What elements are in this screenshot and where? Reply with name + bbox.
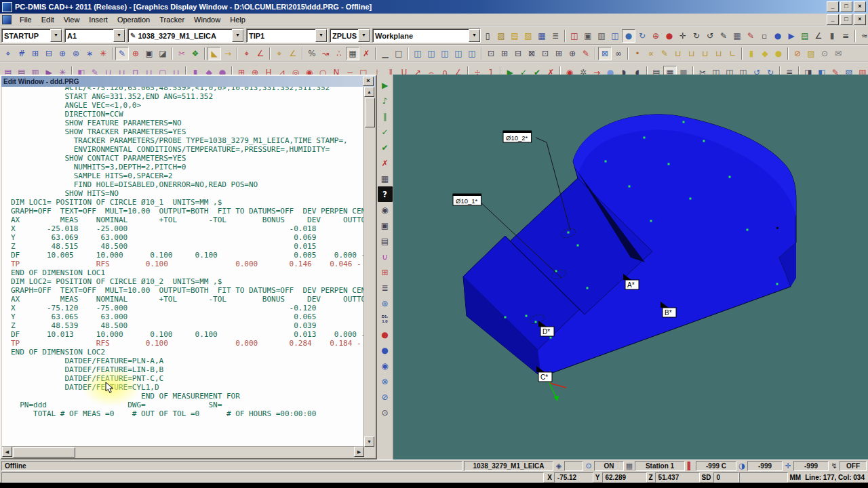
angle-red-icon[interactable]: ∠ <box>254 47 267 60</box>
edit-area[interactable]: ACTL/<-75.120,63.065,48.539>,<1,0,0>,10.… <box>2 87 375 458</box>
origin-align-icon[interactable]: ∗ <box>83 47 96 60</box>
new-file-icon[interactable]: ▯ <box>481 29 494 43</box>
chevron-down-icon[interactable]: ▼ <box>232 29 243 42</box>
close-icon[interactable]: × <box>854 1 866 12</box>
workplane-combo[interactable]: ZPLUS▼ <box>330 28 370 43</box>
rotate-2d-icon[interactable]: ↻ <box>690 29 703 43</box>
window-pane-icon[interactable]: ▣ <box>378 218 393 233</box>
import-icon[interactable]: ▤ <box>508 29 521 43</box>
wireframe-globe-icon[interactable]: ⊕ <box>649 29 663 43</box>
web-globe-icon[interactable]: ⊕ <box>378 296 393 311</box>
gage-clock-icon[interactable]: ⊘ <box>791 47 804 60</box>
slot-u3-icon[interactable]: ⊔ <box>698 47 712 60</box>
bar-gold-icon[interactable]: ▮ <box>745 47 758 60</box>
sphere-blue-icon[interactable]: ● <box>378 342 393 358</box>
dial-gauge-icon[interactable]: ⊙ <box>818 47 831 60</box>
schedule-icon[interactable]: ▦ <box>378 171 393 186</box>
slot-u4-icon[interactable]: ⊔ <box>712 47 726 60</box>
scroll-up-icon[interactable]: ▲ <box>364 87 374 97</box>
probe-red-icon[interactable]: ⌖ <box>240 47 254 60</box>
diamond-gold-icon[interactable]: ◆ <box>758 47 772 60</box>
quick-align-icon[interactable]: # <box>15 47 28 60</box>
menu-view[interactable]: View <box>59 15 85 24</box>
globe-slash-icon[interactable]: ⊘ <box>378 389 393 405</box>
cube-bottom-icon[interactable]: ⊞ <box>552 47 566 60</box>
best-fit-icon[interactable]: ✳ <box>96 47 110 60</box>
layer-control-icon[interactable]: ▤ <box>798 29 812 43</box>
scroll-down-icon[interactable]: ▼ <box>364 436 374 447</box>
help-context-icon[interactable]: ? <box>378 186 393 202</box>
paint-fill-icon[interactable]: ◣ <box>208 47 221 60</box>
mdi-close-icon[interactable]: × <box>854 14 866 25</box>
manual-align-icon[interactable]: ⊟ <box>42 47 56 60</box>
alignment-combo[interactable]: A1▼ <box>64 28 125 43</box>
camera-target-icon[interactable]: ◪ <box>156 47 170 60</box>
sphere-mark-icon[interactable]: ◉ <box>378 358 393 373</box>
preview-icon[interactable]: ◉ <box>378 202 393 218</box>
gdt-panel-icon[interactable]: ⊞ <box>378 264 393 280</box>
chevron-down-icon[interactable]: ▼ <box>469 29 480 42</box>
cube-top-icon[interactable]: ⊡ <box>538 47 552 60</box>
find-binoculars-icon[interactable]: ∞ <box>612 47 625 60</box>
annotate-pen-icon[interactable]: ✎ <box>717 29 730 43</box>
view-combo[interactable]: Workplane▼ <box>372 28 481 43</box>
menu-operation[interactable]: Operation <box>113 15 155 24</box>
save-icon[interactable]: ▦ <box>535 29 549 43</box>
dim-scale-icon[interactable]: D1:1.0 <box>378 311 393 327</box>
empty-box-icon[interactable]: □ <box>392 47 406 60</box>
grid-view-icon[interactable]: ▤ <box>378 233 393 249</box>
program-combo[interactable]: STARTUP▼ <box>1 28 62 43</box>
probe-draw-icon[interactable]: ✎ <box>744 29 757 43</box>
chevron-down-icon[interactable]: ▼ <box>50 29 62 42</box>
pan-icon[interactable]: ✛ <box>676 29 690 43</box>
slot-u1-icon[interactable]: ⊔ <box>671 47 685 60</box>
mdi-minimize-icon[interactable]: _ <box>827 14 839 25</box>
pen-point-icon[interactable]: ✎ <box>658 47 671 60</box>
ball-gold-icon[interactable]: ● <box>772 47 785 60</box>
rotate-3d-icon[interactable]: ↺ <box>703 29 717 43</box>
cube-left-icon[interactable]: ⊟ <box>511 47 525 60</box>
cube-iso-icon[interactable]: ⊡ <box>484 47 498 60</box>
clearance-lock-icon[interactable]: ▮ <box>825 29 839 43</box>
menu-edit[interactable]: Edit <box>37 15 59 24</box>
report-window-icon[interactable]: ▥ <box>595 29 608 43</box>
export-icon[interactable]: ▧ <box>521 29 535 43</box>
cursor-probe-icon[interactable]: ▶ <box>785 29 798 43</box>
underscore-tool-icon[interactable]: ▁ <box>378 47 392 60</box>
sphere-view-icon[interactable]: ● <box>771 29 785 43</box>
percent-scan-icon[interactable]: % <box>305 47 319 60</box>
view-copy-4-icon[interactable]: ◫ <box>452 47 465 60</box>
scan-dots-icon[interactable]: ∴ <box>332 47 346 60</box>
view-copy-3-icon[interactable]: ◫ <box>438 47 452 60</box>
feature-list-icon[interactable]: ≡ <box>839 29 852 43</box>
refresh-view-icon[interactable]: ↻ <box>635 29 649 43</box>
point-dot-icon[interactable]: • <box>631 47 644 60</box>
chevron-down-icon[interactable]: ▼ <box>358 29 370 42</box>
magnify-icon[interactable]: ⊙ <box>378 405 393 420</box>
chevron-down-icon[interactable]: ▼ <box>315 29 327 42</box>
dcc-align-icon[interactable]: ⊞ <box>28 47 42 60</box>
tracker-bird-icon[interactable]: ❖ <box>189 47 202 60</box>
cube-origin-icon[interactable]: ⊕ <box>566 47 579 60</box>
minimize-icon[interactable]: _ <box>827 1 839 12</box>
measure-gage-icon[interactable]: ✎ <box>115 47 129 60</box>
curve-mode-icon[interactable]: ∠ <box>812 29 825 43</box>
datum-drop-icon[interactable]: ✎ <box>579 47 593 60</box>
graphics-view[interactable]: Z Ø10_2*Ø10_1* A*B*D*C* <box>393 75 868 460</box>
mail-icon[interactable]: ✉ <box>831 47 845 60</box>
box-gage-icon[interactable]: ▣ <box>142 47 156 60</box>
menu-help[interactable]: Help <box>225 15 250 24</box>
shaded-view-icon[interactable]: ● <box>622 29 635 43</box>
title-bar[interactable]: PC-DMIS CAD++ 2011 (Release) - [Graphics… <box>0 0 868 14</box>
display-mode-icon[interactable]: ▣ <box>581 29 595 43</box>
slot-u2-icon[interactable]: ⊔ <box>685 47 698 60</box>
vertical-scrollbar[interactable]: ▲ ▼ <box>363 87 375 447</box>
corner-l-icon[interactable]: ∟ <box>726 47 739 60</box>
program-code[interactable]: ACTL/<-75.120,63.065,48.539>,<1,0,0>,10.… <box>2 87 364 447</box>
link-feature-icon[interactable]: ∝ <box>644 47 658 60</box>
solid-sphere-icon[interactable]: ● <box>663 29 676 43</box>
select-rect-icon[interactable]: ▫ <box>757 29 771 43</box>
open-file-icon[interactable]: ▨ <box>494 29 508 43</box>
view-copy-2-icon[interactable]: ◫ <box>425 47 438 60</box>
edit-close-icon[interactable]: × <box>363 77 374 86</box>
